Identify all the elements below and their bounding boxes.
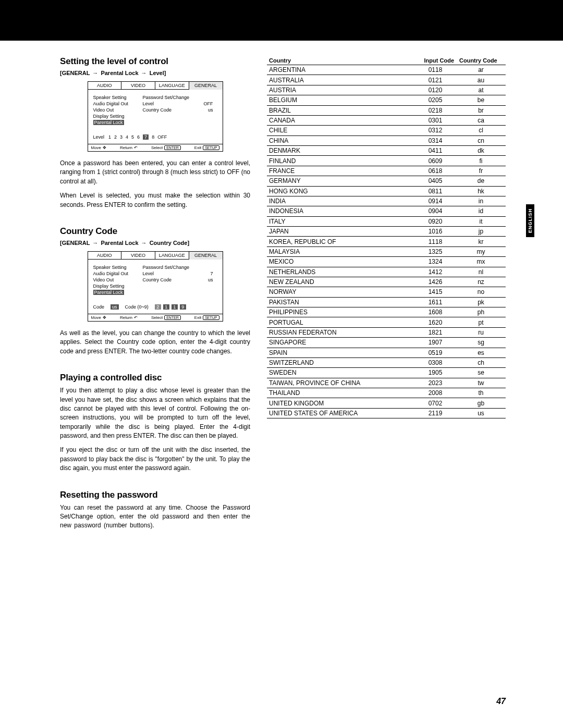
tab-language[interactable]: LANGUAGE xyxy=(155,252,189,260)
menu-item[interactable]: Speaker Setting xyxy=(93,265,140,270)
osd-menu-country: AUDIO VIDEO LANGUAGE GENERAL Speaker Set… xyxy=(88,251,223,322)
table-row: FINLAND0609fi xyxy=(267,156,506,166)
tab-audio[interactable]: AUDIO xyxy=(88,82,122,90)
para-country-1: As well as the level, you can change the… xyxy=(60,329,250,356)
table-row: UNITED KINGDOM0702gb xyxy=(267,398,506,408)
table-row: PORTUGAL1620pt xyxy=(267,317,506,327)
tab-video[interactable]: VIDEO xyxy=(121,82,155,90)
footer-select: Select xyxy=(151,145,163,150)
table-row: TAIWAN, PROVINCE OF CHINA2023tw xyxy=(267,378,506,388)
footer-exit: Exit xyxy=(194,315,201,320)
table-row: NORWAY1415no xyxy=(267,287,506,297)
tab-language[interactable]: LANGUAGE xyxy=(155,82,189,90)
table-row: AUSTRIA0120at xyxy=(267,85,506,95)
heading-level-control: Setting the level of control xyxy=(60,56,250,67)
menu-item-parental-lock[interactable]: Parental Lock xyxy=(93,120,124,125)
table-row: CHILE0312cl xyxy=(267,126,506,135)
footer-return: Return xyxy=(120,145,132,150)
enter-button-icon: ENTER xyxy=(164,145,181,150)
code-label: Code xyxy=(93,304,105,310)
menu-item[interactable]: Display Setting xyxy=(93,283,140,289)
tab-general[interactable]: GENERAL xyxy=(189,82,223,90)
para-reset-1: You can reset the password at any time. … xyxy=(60,503,250,530)
menu-item[interactable]: Audio Digital Out xyxy=(93,101,140,106)
th-country: Country xyxy=(267,56,414,65)
footer-return: Return xyxy=(120,315,132,320)
submenu-password[interactable]: Password Set/Change xyxy=(143,265,190,270)
breadcrumb-country: [GENERAL → Parental Lock → Country Code] xyxy=(60,240,250,246)
table-row: KOREA, REPUBLIC OF1118kr xyxy=(267,237,506,246)
para-play-2: If you eject the disc or turn off the un… xyxy=(60,446,250,473)
submenu-password[interactable]: Password Set/Change xyxy=(143,95,190,100)
table-row: RUSSIAN FEDERATON1821ru xyxy=(267,327,506,337)
table-row: INDIA0914in xyxy=(267,196,506,206)
table-row: CHINA0314cn xyxy=(267,135,506,145)
return-icon: ↶ xyxy=(134,315,138,320)
osd-menu-level: AUDIO VIDEO LANGUAGE GENERAL Speaker Set… xyxy=(88,81,223,152)
table-row: MEXICO1324mx xyxy=(267,257,506,267)
table-row: THAILAND2008th xyxy=(267,388,506,398)
setup-button-icon: SETUP xyxy=(203,145,219,150)
th-country-code: Country Code xyxy=(456,56,506,65)
tab-audio[interactable]: AUDIO xyxy=(88,252,122,260)
submenu-country-code[interactable]: Country Code xyxy=(143,107,172,113)
header-black-bar xyxy=(0,0,563,41)
table-row: INDONESIA0904id xyxy=(267,206,506,216)
table-row: FRANCE0618fr xyxy=(267,166,506,176)
table-row: AUSTRALIA0121au xyxy=(267,75,506,85)
table-row: SINGAPORE1907sg xyxy=(267,338,506,348)
footer-select: Select xyxy=(151,315,163,320)
para-level-1: Once a password has been entered, you ca… xyxy=(60,159,250,186)
return-icon: ↶ xyxy=(134,145,138,150)
heading-country-code: Country Code xyxy=(60,226,250,237)
breadcrumb-level: [GENERAL → Parental Lock → Level] xyxy=(60,70,250,76)
table-row: NETHERLANDS1412nl xyxy=(267,267,506,277)
menu-item[interactable]: Audio Digital Out xyxy=(93,271,140,276)
table-row: GERMANY0405de xyxy=(267,176,506,186)
table-row: HONG KONG0811hk xyxy=(267,186,506,196)
dpad-icon: ✥ xyxy=(103,315,106,320)
table-row: UNITED STATES OF AMERICA2119us xyxy=(267,408,506,418)
table-row: ARGENTINA0118ar xyxy=(267,65,506,75)
level-label: Level xyxy=(93,134,105,140)
footer-move: Move xyxy=(91,315,102,320)
footer-move: Move xyxy=(91,145,102,150)
table-row: PHILIPPINES1608ph xyxy=(267,307,506,317)
table-row: JAPAN1016jp xyxy=(267,227,506,237)
setup-button-icon: SETUP xyxy=(203,315,219,320)
tab-general[interactable]: GENERAL xyxy=(189,252,223,260)
table-row: BELGIUM0205be xyxy=(267,95,506,105)
tab-video[interactable]: VIDEO xyxy=(121,252,155,260)
table-row: SWEDEN1905se xyxy=(267,368,506,378)
table-row: DENMARK0411dk xyxy=(267,146,506,156)
table-row: MALAYSIA1325my xyxy=(267,246,506,256)
para-play-1: If you then attempt to play a disc whose… xyxy=(60,386,250,440)
code-range: Code (0~9) xyxy=(125,304,149,310)
menu-item[interactable]: Display Setting xyxy=(93,114,140,119)
dpad-icon: ✥ xyxy=(103,145,106,150)
th-input-code: Input Code xyxy=(414,56,456,65)
menu-item[interactable]: Speaker Setting xyxy=(93,95,140,100)
heading-playing-disc: Playing a controlled disc xyxy=(60,373,250,383)
level-options[interactable]: 12345678OFF xyxy=(108,134,167,140)
heading-reset-password: Resetting the password xyxy=(60,490,250,500)
submenu-level[interactable]: Level xyxy=(143,101,154,106)
country-code-table: Country Input Code Country Code ARGENTIN… xyxy=(267,56,506,418)
footer-exit: Exit xyxy=(194,145,201,150)
submenu-level[interactable]: Level xyxy=(143,271,154,276)
submenu-country-code[interactable]: Country Code xyxy=(143,277,172,282)
language-tab: ENGLISH xyxy=(526,204,534,237)
code-current: us xyxy=(111,304,119,310)
menu-item[interactable]: Video Out xyxy=(93,107,140,113)
table-row: NEW ZEALAND1426nz xyxy=(267,277,506,287)
para-level-2: When Level is selected, you must make th… xyxy=(60,191,250,209)
code-digits[interactable]: 2119 xyxy=(155,304,186,310)
enter-button-icon: ENTER xyxy=(164,315,181,320)
table-row: PAKISTAN1611pk xyxy=(267,297,506,307)
table-row: SWITZERLAND0308ch xyxy=(267,357,506,367)
menu-item-parental-lock[interactable]: Parental Lock xyxy=(93,290,124,295)
table-row: ITALY0920it xyxy=(267,216,506,226)
table-row: BRAZIL0218br xyxy=(267,105,506,115)
menu-item[interactable]: Video Out xyxy=(93,277,140,282)
table-row: CANADA0301ca xyxy=(267,115,506,125)
